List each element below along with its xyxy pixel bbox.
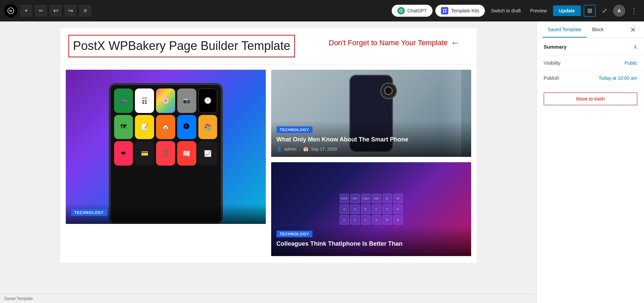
keyboard-badge: TECHNOLOGY: [277, 231, 313, 237]
more-options-button[interactable]: ⋮: [628, 5, 640, 16]
app-icon-calendar: SUN 21: [135, 88, 154, 113]
app-icon-notes: 📝: [135, 115, 154, 139]
content-grid: 📹 SUN 21 🌸 📷 🕐 🗺 📝 🏠: [60, 64, 477, 261]
app-icon-photos: 🌸: [156, 88, 175, 113]
list-button[interactable]: ≡: [79, 5, 91, 17]
publish-row: Publish Today at 10:00 am: [537, 71, 644, 86]
key-w: W: [393, 194, 403, 203]
preview-button[interactable]: Preview: [527, 6, 550, 15]
person-icon: 👤: [277, 146, 282, 152]
visibility-row: Visibility Public: [537, 56, 644, 71]
tab-block[interactable]: Block: [587, 22, 609, 38]
ipad-card: 📹 SUN 21 🌸 📷 🕐 🗺 📝 🏠: [66, 70, 266, 224]
phone-date: Sep 17, 2020: [311, 146, 337, 152]
app-icon-books: 📚: [198, 115, 217, 139]
app-icon-wallet: 💳: [135, 141, 154, 166]
post-title[interactable]: PostX WPBakery Page Builder Template: [68, 35, 295, 57]
phone-card-meta: 👤 admin · 📅 Sep 17, 2020: [277, 146, 466, 152]
status-bar-text: Saved Template: [4, 296, 33, 301]
redo-icon: ↪: [68, 7, 73, 14]
summary-section-header: Summary ∧: [537, 38, 644, 56]
templatekits-button[interactable]: Template Kits: [435, 5, 485, 17]
plus-icon: +: [24, 7, 28, 14]
editor-area: PostX WPBakery Page Builder Template Don…: [0, 21, 537, 303]
key-g: G: [383, 204, 392, 214]
key-c: C: [361, 215, 370, 225]
summary-chevron-icon[interactable]: ∧: [633, 44, 637, 50]
app-icon-news: 📰: [177, 141, 196, 166]
keyboard-card-overlay: TECHNOLOGY Colleagues Think Thatiphone I…: [271, 225, 471, 256]
svg-rect-3: [443, 9, 444, 10]
key-n: N: [393, 215, 403, 225]
phone-card-overlay: TECHNOLOGY What Only Men Know About The …: [271, 121, 471, 157]
phone-card-title: What Only Men Know About The Smart Phone: [277, 136, 466, 143]
key-x: X: [350, 215, 360, 225]
publish-value[interactable]: Today at 10:00 am: [599, 75, 637, 81]
switch-to-draft-button[interactable]: Switch to draft: [488, 6, 524, 15]
svg-text:W: W: [9, 9, 13, 13]
summary-title: Summary: [544, 44, 566, 50]
templatekits-label: Template Kits: [451, 8, 479, 13]
phone-badge: TECHNOLOGY: [277, 126, 313, 133]
chatgpt-icon: [397, 7, 405, 14]
key-tab: tab: [372, 194, 381, 203]
update-button[interactable]: Update: [553, 5, 581, 16]
ipad-card-overlay: TECHNOLOGY: [66, 204, 266, 224]
avatar-initial: A: [617, 8, 621, 13]
keyboard-visual: shift ctrl caps tab Q W A S D F G: [340, 194, 403, 225]
calendar-icon: 📅: [303, 146, 308, 152]
redo-button[interactable]: ↪: [64, 5, 77, 17]
wp-logo[interactable]: W: [4, 4, 17, 17]
svg-rect-5: [443, 11, 444, 12]
app-icon-music: 🎵: [156, 141, 175, 166]
key-caps: caps: [361, 194, 370, 203]
chatgpt-button[interactable]: ChatGPT: [392, 5, 433, 17]
app-icon-stocks: 📈: [198, 141, 217, 166]
ipad-frame: 📹 SUN 21 🌸 📷 🕐 🗺 📝 🏠: [109, 83, 223, 224]
expand-icon-button[interactable]: ⤢: [598, 5, 610, 17]
phone-card: TECHNOLOGY What Only Men Know About The …: [271, 70, 471, 157]
key-v: V: [372, 215, 381, 225]
dot-separator: ·: [299, 146, 300, 152]
templatekits-icon: [441, 7, 448, 14]
phone-author: admin: [285, 146, 296, 152]
sidebar-header: Saved Template Block ✕: [537, 21, 644, 38]
tab-saved-template[interactable]: Saved Template: [542, 22, 587, 38]
app-icon-health: ❤: [114, 141, 133, 166]
move-to-trash-button[interactable]: Move to trash: [544, 93, 637, 105]
key-h: H: [393, 204, 403, 214]
title-area: PostX WPBakery Page Builder Template Don…: [60, 28, 477, 64]
ipad-badge: TECHNOLOGY: [71, 209, 107, 216]
visibility-value[interactable]: Public: [625, 60, 637, 66]
layout-icon-button[interactable]: ⊞: [584, 5, 596, 17]
sidebar-content: Summary ∧ Visibility Public Publish Toda…: [537, 38, 644, 303]
expand-icon: ⤢: [602, 7, 607, 14]
sidebar-close-button[interactable]: ✕: [628, 24, 639, 35]
visibility-label: Visibility: [544, 60, 560, 66]
layout-icon: ⊞: [587, 7, 592, 14]
status-bar: Saved Template: [0, 294, 537, 303]
undo-button[interactable]: ↩: [50, 5, 62, 17]
key-shift: shift: [340, 194, 349, 203]
more-icon: ⋮: [631, 7, 637, 14]
undo-icon: ↩: [53, 7, 58, 14]
annotation-arrow: ←: [450, 38, 460, 48]
svg-rect-4: [445, 9, 446, 10]
edit-button[interactable]: ✏: [35, 5, 47, 17]
svg-rect-6: [445, 11, 446, 12]
editor-canvas: PostX WPBakery Page Builder Template Don…: [60, 28, 477, 263]
title-annotation: Don't Forget to Name Your Template ←: [329, 38, 460, 48]
key-q: Q: [383, 194, 392, 203]
publish-label: Publish: [544, 75, 559, 81]
app-icon-camera: 📷: [177, 88, 196, 113]
phone-camera: [380, 82, 397, 99]
chatgpt-label: ChatGPT: [407, 8, 427, 13]
add-button[interactable]: +: [20, 5, 32, 17]
editor-scroll[interactable]: PostX WPBakery Page Builder Template Don…: [0, 21, 537, 294]
app-icon-facetime: 📹: [114, 88, 133, 113]
key-ctrl: ctrl: [350, 194, 360, 203]
key-s: S: [350, 204, 360, 214]
user-avatar-button[interactable]: A: [613, 5, 625, 17]
key-f: F: [372, 204, 381, 214]
phone-camera-inner: [384, 86, 393, 95]
